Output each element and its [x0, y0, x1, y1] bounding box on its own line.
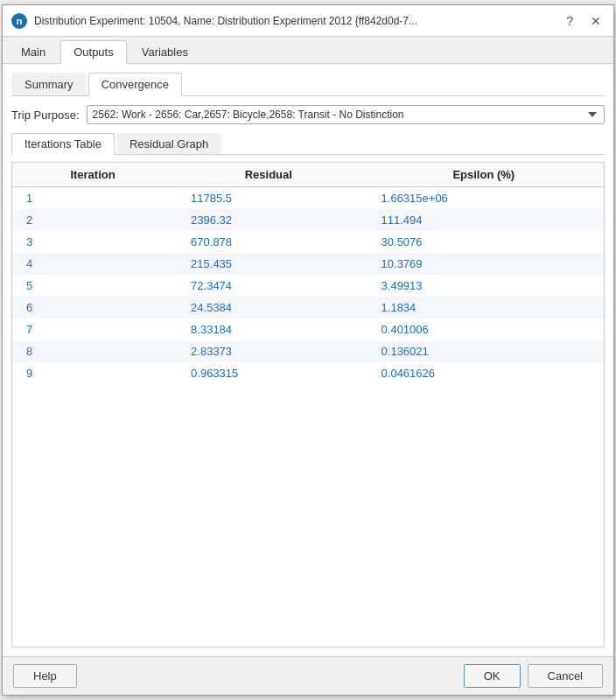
app-icon: n	[11, 13, 27, 29]
main-window: n Distribution Experiment: 10504, Name: …	[2, 4, 614, 696]
trip-purpose-row: Trip Purpose: 2562: Work - 2656: Car,265…	[11, 105, 605, 124]
tab-convergence[interactable]: Convergence	[88, 73, 182, 96]
trip-purpose-select[interactable]: 2562: Work - 2656: Car,2657: Bicycle,265…	[87, 105, 605, 124]
footer: Help OK Cancel	[3, 656, 613, 695]
title-bar-left: n Distribution Experiment: 10504, Name: …	[11, 13, 417, 29]
cell-epsilon: 1.1834	[364, 297, 604, 318]
help-icon-button[interactable]: ?	[563, 12, 577, 30]
cell-residual: 215.435	[173, 253, 363, 275]
cell-iteration: 3	[12, 231, 173, 253]
window-title: Distribution Experiment: 10504, Name: Di…	[34, 15, 417, 27]
cell-residual: 8.33184	[173, 318, 363, 340]
title-bar-right: ? ✕	[563, 12, 605, 30]
cell-residual: 2396.32	[173, 209, 363, 231]
cell-epsilon: 30.5076	[364, 231, 604, 253]
inner-tab-bar: Iterations Table Residual Graph	[11, 133, 605, 155]
cell-iteration: 4	[12, 253, 173, 275]
cell-iteration: 5	[12, 275, 173, 297]
cell-epsilon: 0.136021	[364, 340, 604, 362]
table-row: 572.34743.49913	[12, 275, 604, 297]
tab-iterations-table[interactable]: Iterations Table	[11, 133, 115, 155]
ok-button[interactable]: OK	[464, 664, 521, 688]
title-bar: n Distribution Experiment: 10504, Name: …	[3, 5, 613, 37]
cell-iteration: 7	[12, 318, 173, 340]
tab-variables[interactable]: Variables	[129, 40, 201, 63]
iterations-table: Iteration Residual Epsilon (%) 111785.51…	[12, 163, 604, 384]
trip-purpose-label: Trip Purpose:	[11, 108, 80, 122]
close-button[interactable]: ✕	[587, 12, 605, 30]
cell-iteration: 9	[12, 362, 173, 384]
iterations-table-container: Iteration Residual Epsilon (%) 111785.51…	[11, 162, 605, 648]
tab-summary[interactable]: Summary	[11, 73, 87, 95]
table-row: 22396.32111.494	[12, 209, 604, 231]
table-row: 78.331840.401006	[12, 318, 604, 340]
table-row: 4215.43510.3769	[12, 253, 604, 275]
main-tab-bar: Main Outputs Variables	[3, 37, 613, 64]
cell-epsilon: 3.49913	[364, 275, 604, 297]
table-row: 82.833730.136021	[12, 340, 604, 362]
col-header-residual: Residual	[173, 163, 363, 187]
table-header-row: Iteration Residual Epsilon (%)	[12, 163, 604, 187]
cell-epsilon: 0.401006	[364, 318, 604, 340]
cell-epsilon: 0.0461626	[364, 362, 604, 384]
col-header-epsilon: Epsilon (%)	[364, 163, 604, 187]
cell-epsilon: 1.66315e+06	[364, 187, 604, 210]
sub-tab-bar: Summary Convergence	[11, 73, 605, 96]
table-row: 111785.51.66315e+06	[12, 187, 604, 210]
table-row: 624.53841.1834	[12, 297, 604, 318]
footer-right: OK Cancel	[464, 664, 603, 688]
cell-iteration: 8	[12, 340, 173, 362]
cell-epsilon: 111.494	[364, 209, 604, 231]
cell-residual: 2.83373	[173, 340, 363, 362]
tab-residual-graph[interactable]: Residual Graph	[116, 133, 221, 154]
cell-residual: 670.878	[173, 231, 363, 253]
cell-residual: 24.5384	[173, 297, 363, 318]
help-button[interactable]: Help	[13, 664, 77, 688]
col-header-iteration: Iteration	[12, 163, 173, 187]
cell-epsilon: 10.3769	[364, 253, 604, 275]
cell-iteration: 2	[12, 209, 173, 231]
tab-main[interactable]: Main	[8, 40, 59, 63]
table-row: 90.9633150.0461626	[12, 362, 604, 384]
cell-residual: 0.963315	[173, 362, 363, 384]
tab-outputs[interactable]: Outputs	[60, 40, 127, 64]
cancel-button[interactable]: Cancel	[528, 664, 603, 688]
table-row: 3670.87830.5076	[12, 231, 604, 253]
cell-iteration: 1	[12, 187, 173, 210]
cell-residual: 11785.5	[173, 187, 363, 210]
content-area: Summary Convergence Trip Purpose: 2562: …	[3, 64, 613, 656]
cell-residual: 72.3474	[173, 275, 363, 297]
cell-iteration: 6	[12, 297, 173, 318]
